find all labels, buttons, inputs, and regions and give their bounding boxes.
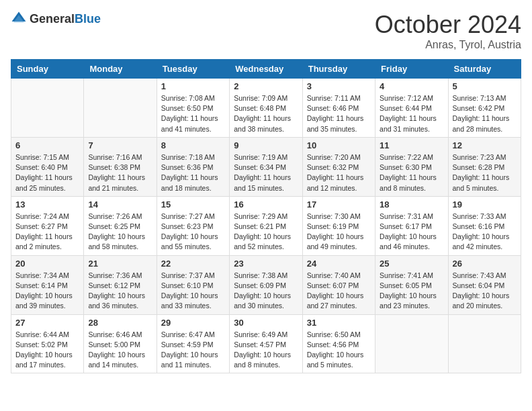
- calendar-day-cell: 5Sunrise: 7:13 AM Sunset: 6:42 PM Daylig…: [448, 79, 521, 138]
- day-info: Sunrise: 6:47 AM Sunset: 4:59 PM Dayligh…: [161, 330, 225, 371]
- calendar-day-cell: 3Sunrise: 7:11 AM Sunset: 6:46 PM Daylig…: [302, 79, 375, 138]
- day-number: 16: [234, 199, 298, 210]
- day-number: 3: [307, 81, 371, 91]
- day-of-week-header: Sunday: [11, 60, 84, 79]
- calendar-day-cell: 21Sunrise: 7:36 AM Sunset: 6:12 PM Dayli…: [84, 255, 157, 314]
- day-info: Sunrise: 7:40 AM Sunset: 6:07 PM Dayligh…: [307, 271, 371, 312]
- calendar-day-cell: 18Sunrise: 7:31 AM Sunset: 6:17 PM Dayli…: [375, 196, 448, 255]
- calendar-header-row: SundayMondayTuesdayWednesdayThursdayFrid…: [11, 60, 521, 79]
- day-number: 29: [161, 318, 225, 328]
- location-title: Anras, Tyrol, Austria: [375, 39, 521, 51]
- calendar-day-cell: 28Sunrise: 6:46 AM Sunset: 5:00 PM Dayli…: [84, 314, 157, 373]
- day-info: Sunrise: 7:13 AM Sunset: 6:42 PM Dayligh…: [453, 93, 517, 134]
- day-info: Sunrise: 7:11 AM Sunset: 6:46 PM Dayligh…: [307, 93, 371, 134]
- page-header: GeneralBlue October 2024 Anras, Tyrol, A…: [11, 11, 521, 51]
- day-info: Sunrise: 7:29 AM Sunset: 6:21 PM Dayligh…: [234, 212, 298, 253]
- day-info: Sunrise: 7:30 AM Sunset: 6:19 PM Dayligh…: [307, 212, 371, 253]
- calendar-day-cell: 14Sunrise: 7:26 AM Sunset: 6:25 PM Dayli…: [84, 196, 157, 255]
- day-of-week-header: Saturday: [448, 60, 521, 79]
- calendar-day-cell: 20Sunrise: 7:34 AM Sunset: 6:14 PM Dayli…: [11, 255, 84, 314]
- day-info: Sunrise: 7:36 AM Sunset: 6:12 PM Dayligh…: [88, 271, 152, 312]
- calendar-day-cell: 11Sunrise: 7:22 AM Sunset: 6:30 PM Dayli…: [375, 137, 448, 196]
- calendar-day-cell: 10Sunrise: 7:20 AM Sunset: 6:32 PM Dayli…: [302, 137, 375, 196]
- day-number: 5: [453, 81, 517, 91]
- day-info: Sunrise: 7:38 AM Sunset: 6:09 PM Dayligh…: [234, 271, 298, 312]
- day-of-week-header: Wednesday: [230, 60, 302, 79]
- day-number: 28: [88, 318, 152, 328]
- calendar-day-cell: 26Sunrise: 7:43 AM Sunset: 6:04 PM Dayli…: [448, 255, 521, 314]
- calendar-day-cell: [11, 79, 84, 138]
- day-info: Sunrise: 7:43 AM Sunset: 6:04 PM Dayligh…: [453, 271, 517, 312]
- day-info: Sunrise: 7:37 AM Sunset: 6:10 PM Dayligh…: [161, 271, 225, 312]
- calendar-day-cell: 29Sunrise: 6:47 AM Sunset: 4:59 PM Dayli…: [157, 314, 229, 373]
- calendar-week-row: 27Sunrise: 6:44 AM Sunset: 5:02 PM Dayli…: [11, 314, 521, 373]
- calendar-day-cell: 8Sunrise: 7:18 AM Sunset: 6:36 PM Daylig…: [157, 137, 229, 196]
- day-number: 7: [88, 140, 152, 150]
- day-info: Sunrise: 7:20 AM Sunset: 6:32 PM Dayligh…: [307, 152, 371, 193]
- day-info: Sunrise: 7:26 AM Sunset: 6:25 PM Dayligh…: [88, 212, 152, 253]
- calendar-day-cell: 24Sunrise: 7:40 AM Sunset: 6:07 PM Dayli…: [302, 255, 375, 314]
- calendar-day-cell: 22Sunrise: 7:37 AM Sunset: 6:10 PM Dayli…: [157, 255, 229, 314]
- day-info: Sunrise: 6:50 AM Sunset: 4:56 PM Dayligh…: [307, 330, 371, 371]
- day-number: 26: [453, 259, 517, 269]
- calendar-day-cell: 25Sunrise: 7:41 AM Sunset: 6:05 PM Dayli…: [375, 255, 448, 314]
- day-info: Sunrise: 7:12 AM Sunset: 6:44 PM Dayligh…: [380, 93, 443, 134]
- calendar-day-cell: 12Sunrise: 7:23 AM Sunset: 6:28 PM Dayli…: [448, 137, 521, 196]
- day-number: 4: [380, 81, 443, 91]
- day-number: 25: [380, 259, 443, 269]
- day-info: Sunrise: 7:34 AM Sunset: 6:14 PM Dayligh…: [15, 271, 79, 312]
- calendar-day-cell: 27Sunrise: 6:44 AM Sunset: 5:02 PM Dayli…: [11, 314, 84, 373]
- day-info: Sunrise: 6:46 AM Sunset: 5:00 PM Dayligh…: [88, 330, 152, 371]
- day-number: 1: [161, 81, 225, 91]
- day-number: 30: [234, 318, 298, 328]
- day-number: 15: [161, 199, 225, 210]
- day-number: 6: [15, 140, 79, 150]
- day-info: Sunrise: 7:18 AM Sunset: 6:36 PM Dayligh…: [161, 152, 225, 193]
- day-info: Sunrise: 7:22 AM Sunset: 6:30 PM Dayligh…: [380, 152, 443, 193]
- day-number: 23: [234, 259, 298, 269]
- day-info: Sunrise: 7:31 AM Sunset: 6:17 PM Dayligh…: [380, 212, 443, 253]
- day-info: Sunrise: 7:27 AM Sunset: 6:23 PM Dayligh…: [161, 212, 225, 253]
- title-area: October 2024 Anras, Tyrol, Austria: [375, 11, 521, 51]
- day-number: 14: [88, 199, 152, 210]
- calendar-week-row: 13Sunrise: 7:24 AM Sunset: 6:27 PM Dayli…: [11, 196, 521, 255]
- day-number: 8: [161, 140, 225, 150]
- day-info: Sunrise: 7:23 AM Sunset: 6:28 PM Dayligh…: [453, 152, 517, 193]
- calendar-day-cell: 30Sunrise: 6:49 AM Sunset: 4:57 PM Dayli…: [230, 314, 302, 373]
- calendar-day-cell: 17Sunrise: 7:30 AM Sunset: 6:19 PM Dayli…: [302, 196, 375, 255]
- calendar-day-cell: 16Sunrise: 7:29 AM Sunset: 6:21 PM Dayli…: [230, 196, 302, 255]
- day-number: 9: [234, 140, 298, 150]
- day-info: Sunrise: 7:15 AM Sunset: 6:40 PM Dayligh…: [15, 152, 79, 193]
- day-of-week-header: Tuesday: [157, 60, 229, 79]
- logo-text: GeneralBlue: [30, 12, 101, 26]
- calendar-day-cell: 2Sunrise: 7:09 AM Sunset: 6:48 PM Daylig…: [230, 79, 302, 138]
- calendar-day-cell: [84, 79, 157, 138]
- day-number: 10: [307, 140, 371, 150]
- day-number: 24: [307, 259, 371, 269]
- calendar-day-cell: [375, 314, 448, 373]
- month-title: October 2024: [375, 11, 521, 39]
- day-number: 21: [88, 259, 152, 269]
- calendar-day-cell: 7Sunrise: 7:16 AM Sunset: 6:38 PM Daylig…: [84, 137, 157, 196]
- day-number: 20: [15, 259, 79, 269]
- calendar-week-row: 1Sunrise: 7:08 AM Sunset: 6:50 PM Daylig…: [11, 79, 521, 138]
- calendar-week-row: 6Sunrise: 7:15 AM Sunset: 6:40 PM Daylig…: [11, 137, 521, 196]
- day-number: 27: [15, 318, 79, 328]
- day-number: 19: [453, 199, 517, 210]
- calendar-week-row: 20Sunrise: 7:34 AM Sunset: 6:14 PM Dayli…: [11, 255, 521, 314]
- logo-icon: [11, 11, 27, 27]
- day-info: Sunrise: 7:09 AM Sunset: 6:48 PM Dayligh…: [234, 93, 298, 134]
- logo-general: General: [30, 12, 75, 26]
- day-info: Sunrise: 7:41 AM Sunset: 6:05 PM Dayligh…: [380, 271, 443, 312]
- calendar-day-cell: 31Sunrise: 6:50 AM Sunset: 4:56 PM Dayli…: [302, 314, 375, 373]
- calendar-day-cell: 13Sunrise: 7:24 AM Sunset: 6:27 PM Dayli…: [11, 196, 84, 255]
- day-of-week-header: Thursday: [302, 60, 375, 79]
- day-number: 2: [234, 81, 298, 91]
- day-info: Sunrise: 7:24 AM Sunset: 6:27 PM Dayligh…: [15, 212, 79, 253]
- day-info: Sunrise: 7:08 AM Sunset: 6:50 PM Dayligh…: [161, 93, 225, 134]
- calendar-day-cell: 6Sunrise: 7:15 AM Sunset: 6:40 PM Daylig…: [11, 137, 84, 196]
- day-of-week-header: Monday: [84, 60, 157, 79]
- calendar-day-cell: 23Sunrise: 7:38 AM Sunset: 6:09 PM Dayli…: [230, 255, 302, 314]
- calendar-day-cell: 1Sunrise: 7:08 AM Sunset: 6:50 PM Daylig…: [157, 79, 229, 138]
- day-of-week-header: Friday: [375, 60, 448, 79]
